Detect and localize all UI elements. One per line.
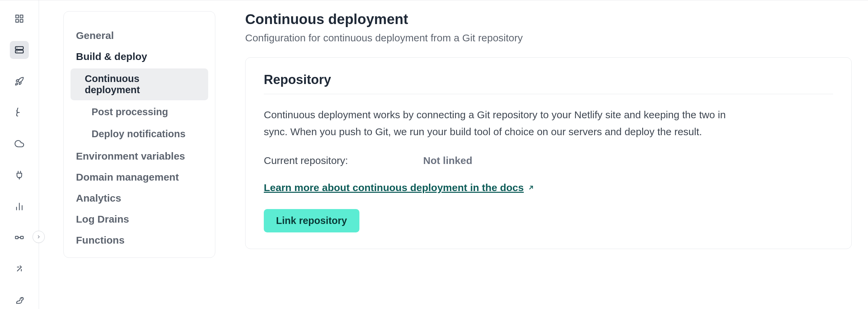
svg-rect-3 xyxy=(20,19,23,22)
chevron-right-icon xyxy=(36,234,41,240)
svg-rect-5 xyxy=(15,50,23,53)
dashboard-icon xyxy=(15,14,24,23)
page-title: Continuous deployment xyxy=(245,11,852,27)
current-repository-value: Not linked xyxy=(423,155,472,166)
sidebar-item-build-deploy[interactable]: Build & deploy xyxy=(64,46,215,67)
sidebar-card: General Build & deploy Continuous deploy… xyxy=(63,11,215,258)
rail-cloud[interactable] xyxy=(10,135,29,152)
rail-function[interactable] xyxy=(10,104,29,121)
svg-line-15 xyxy=(529,186,532,189)
split-icon xyxy=(15,233,24,242)
repository-card: Repository Continuous deployment works b… xyxy=(245,57,852,249)
rail-server[interactable] xyxy=(10,41,29,59)
card-title: Repository xyxy=(264,73,833,94)
learn-more-text: Learn more about continuous deployment i… xyxy=(264,182,524,193)
svg-rect-0 xyxy=(16,15,19,18)
sidebar-sub-post-processing[interactable]: Post processing xyxy=(71,102,208,122)
svg-rect-11 xyxy=(15,236,18,239)
sidebar-item-functions[interactable]: Functions xyxy=(64,230,215,251)
analytics-icon xyxy=(15,202,24,211)
rail-dino[interactable] xyxy=(10,291,29,309)
sidebar-item-domain[interactable]: Domain management xyxy=(64,167,215,188)
sidebar-item-general[interactable]: General xyxy=(64,25,215,46)
dino-icon xyxy=(15,295,24,305)
rocket-icon xyxy=(15,77,24,86)
link-repository-button[interactable]: Link repository xyxy=(264,209,359,232)
rail-redirect[interactable] xyxy=(10,260,29,277)
svg-rect-4 xyxy=(15,47,23,49)
plug-icon xyxy=(15,170,24,180)
svg-rect-2 xyxy=(16,19,19,22)
redirect-icon xyxy=(15,264,24,274)
card-body-text: Continuous deployment works by connectin… xyxy=(264,106,738,140)
sidebar-sub-deploy-notifications[interactable]: Deploy notifications xyxy=(71,124,208,144)
function-icon xyxy=(15,108,24,117)
rail-split[interactable] xyxy=(10,229,29,246)
settings-sidebar: General Build & deploy Continuous deploy… xyxy=(39,0,229,309)
sidebar-sub-continuous-deployment[interactable]: Continuous deployment xyxy=(71,68,208,100)
sidebar-item-log-drains[interactable]: Log Drains xyxy=(64,209,215,230)
rail-expand-button[interactable] xyxy=(33,231,45,243)
rail-dashboard[interactable] xyxy=(10,10,29,27)
sidebar-item-analytics[interactable]: Analytics xyxy=(64,188,215,209)
rail-analytics[interactable] xyxy=(10,198,29,215)
sidebar-item-env-vars[interactable]: Environment variables xyxy=(64,146,215,167)
current-repository-row: Current repository: Not linked xyxy=(264,155,833,166)
svg-rect-12 xyxy=(21,236,23,239)
svg-point-14 xyxy=(21,298,22,298)
main-content: Continuous deployment Configuration for … xyxy=(229,0,868,309)
current-repository-label: Current repository: xyxy=(264,155,423,166)
server-icon xyxy=(15,45,24,55)
rail-plug[interactable] xyxy=(10,166,29,184)
icon-rail xyxy=(0,0,39,309)
external-link-icon xyxy=(527,184,535,191)
rail-rocket[interactable] xyxy=(10,73,29,90)
cloud-icon xyxy=(15,139,24,148)
page-subtitle: Configuration for continuous deployment … xyxy=(245,32,852,44)
svg-rect-1 xyxy=(20,15,23,18)
learn-more-link[interactable]: Learn more about continuous deployment i… xyxy=(264,182,535,193)
